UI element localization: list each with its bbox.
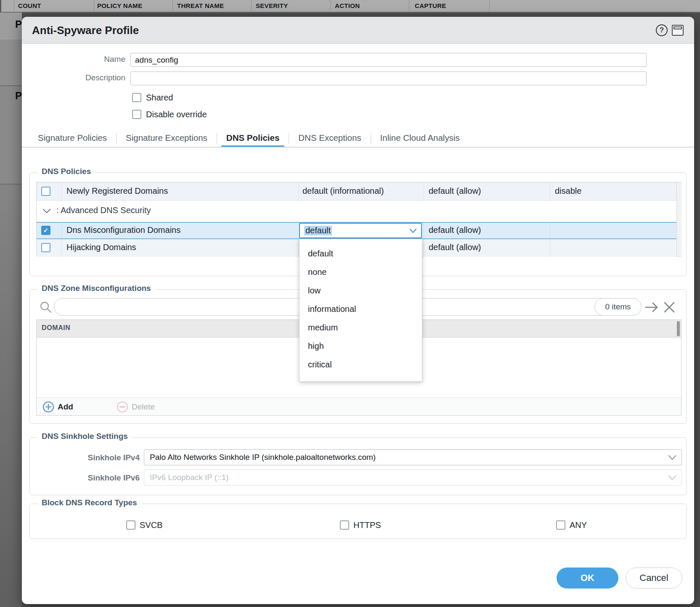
bg-col-threat: THREAT NAME — [177, 2, 224, 9]
add-label: Add — [58, 402, 73, 412]
ok-button[interactable]: OK — [557, 567, 618, 589]
bg-partial-text: P — [15, 18, 22, 30]
delete-button-disabled[interactable]: Delete — [117, 398, 155, 416]
row-name: Dns Misconfiguration Domains — [66, 225, 180, 235]
dns-zone-legend: DNS Zone Misconfigurations — [37, 284, 155, 293]
background-table-header: COUNT POLICY NAME THREAT NAME SEVERITY A… — [0, 0, 700, 13]
search-icon — [40, 301, 52, 314]
sinkhole-legend: DNS Sinkhole Settings — [37, 432, 132, 441]
any-label: ANY — [570, 520, 587, 530]
row-checkbox-checked[interactable]: ✓ — [41, 226, 50, 235]
group-row-advanced-dns-security[interactable]: : Advanced DNS Security — [37, 201, 677, 222]
row-checkbox[interactable] — [41, 187, 50, 196]
severity-dropdown-list: default none low informational medium hi… — [299, 239, 422, 382]
dns-policies-legend: DNS Policies — [37, 167, 95, 176]
bg-col-policy: POLICY NAME — [97, 2, 142, 9]
shared-checkbox[interactable] — [132, 93, 141, 102]
scrollbar-thumb[interactable] — [677, 321, 680, 336]
background-page-left: P P — [0, 13, 22, 607]
severity-option[interactable]: none — [300, 263, 422, 281]
tab-dns-exceptions[interactable]: DNS Exceptions — [293, 132, 366, 144]
bg-partial-text: P — [15, 90, 22, 102]
tab-inline-cloud-analysis[interactable]: Inline Cloud Analysis — [375, 132, 465, 144]
zone-table-footer: Add Delete — [37, 397, 681, 415]
bg-col-count: COUNT — [18, 2, 41, 9]
sinkhole-ipv6-label: Sinkhole IPv6 — [63, 473, 140, 483]
tab-signature-exceptions[interactable]: Signature Exceptions — [121, 132, 212, 144]
row-name: Newly Registered Domains — [66, 186, 168, 196]
name-label: Name — [63, 55, 125, 64]
plus-circle-icon — [42, 401, 54, 413]
minus-circle-icon — [117, 401, 128, 413]
sinkhole-ipv4-select[interactable]: Palo Alto Networks Sinkhole IP (sinkhole… — [144, 449, 682, 465]
row-packet-capture[interactable]: disable — [555, 186, 581, 196]
https-label: HTTPS — [353, 520, 381, 530]
chevron-down-icon[interactable] — [42, 208, 51, 214]
sinkhole-fieldset: DNS Sinkhole Settings — [29, 437, 687, 495]
row-name: Hijacking Domains — [66, 243, 136, 252]
severity-combobox-value: default — [304, 226, 332, 235]
block-record-types-legend: Block DNS Record Types — [37, 498, 141, 507]
row-action[interactable]: default (allow) — [429, 225, 481, 235]
tab-dns-policies[interactable]: DNS Policies — [221, 132, 284, 144]
tabs-divider — [22, 147, 694, 148]
cancel-button[interactable]: Cancel — [626, 567, 682, 589]
bg-col-action: ACTION — [335, 2, 360, 9]
help-icon[interactable]: ? — [656, 24, 668, 36]
row-action[interactable]: default (allow) — [429, 243, 481, 252]
dialog-title: Anti-Spyware Profile — [32, 17, 139, 44]
chevron-down-icon — [668, 455, 676, 461]
any-checkbox[interactable] — [556, 520, 565, 530]
disable-override-checkbox[interactable] — [132, 110, 141, 119]
table-scrollbar-gutter[interactable] — [676, 182, 681, 256]
severity-option[interactable]: critical — [300, 355, 422, 374]
svcb-label: SVCB — [140, 520, 162, 530]
group-label: : Advanced DNS Security — [56, 206, 151, 215]
severity-combobox[interactable]: default — [299, 223, 422, 238]
svcb-checkbox[interactable] — [126, 520, 135, 530]
tab-separator — [371, 133, 371, 144]
severity-option[interactable]: low — [300, 281, 422, 300]
delete-label: Delete — [132, 402, 155, 412]
table-row[interactable]: Newly Registered Domains default (inform… — [37, 182, 677, 201]
sinkhole-ipv6-select[interactable]: IPv6 Loopback IP (::1) — [144, 470, 682, 486]
shared-label: Shared — [146, 93, 173, 103]
disable-override-label: Disable override — [146, 110, 207, 119]
tab-separator — [289, 133, 289, 144]
apply-filter-arrow-icon[interactable] — [645, 302, 659, 313]
description-label: Description — [63, 73, 125, 82]
add-button[interactable]: Add — [42, 398, 73, 416]
clear-filter-x-icon[interactable] — [663, 302, 675, 313]
description-input[interactable] — [130, 71, 647, 85]
bg-col-severity: SEVERITY — [256, 2, 288, 9]
tab-separator — [217, 133, 217, 144]
tab-signature-policies[interactable]: Signature Policies — [33, 132, 112, 144]
items-count-badge: 0 items — [594, 298, 642, 316]
severity-option[interactable]: informational — [300, 300, 422, 318]
row-severity[interactable]: default (informational) — [302, 186, 384, 196]
bg-col-capture: CAPTURE — [415, 2, 446, 9]
severity-option[interactable]: high — [300, 337, 422, 355]
https-checkbox[interactable] — [340, 520, 349, 530]
tab-separator — [116, 133, 117, 144]
name-input[interactable] — [130, 53, 647, 67]
window-icon[interactable] — [672, 25, 684, 36]
severity-option[interactable]: default — [300, 244, 422, 263]
severity-option[interactable]: medium — [300, 318, 422, 337]
row-checkbox[interactable] — [41, 243, 50, 252]
sinkhole-ipv4-label: Sinkhole IPv4 — [63, 453, 140, 462]
chevron-down-icon[interactable] — [409, 228, 417, 234]
chevron-down-icon — [668, 475, 676, 481]
domain-column-header[interactable]: DOMAIN — [42, 324, 70, 332]
row-action[interactable]: default (allow) — [429, 186, 481, 196]
